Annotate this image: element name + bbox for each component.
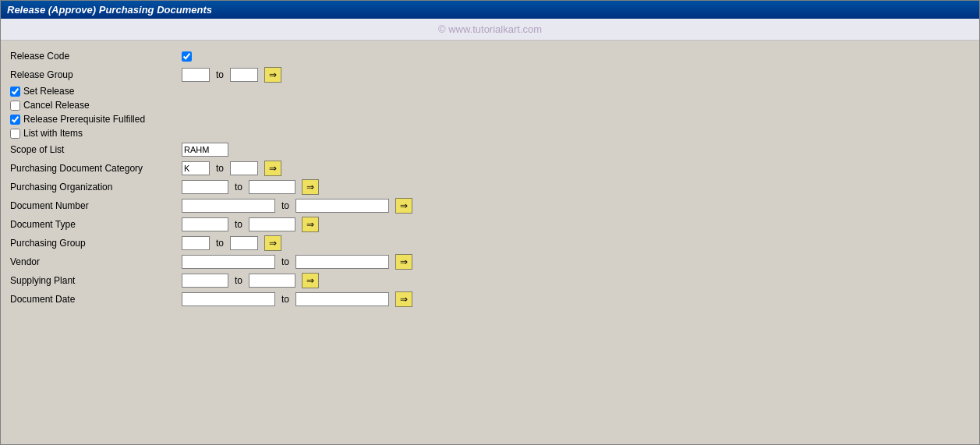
- document-number-to-label: to: [281, 200, 289, 211]
- release-group-input[interactable]: [182, 68, 210, 82]
- list-with-items-row: List with Items: [10, 128, 970, 139]
- purchasing-doc-category-input[interactable]: [182, 161, 210, 175]
- supplying-plant-to-input[interactable]: [249, 274, 295, 288]
- purchasing-doc-category-arrow-btn[interactable]: ⇒: [264, 161, 281, 176]
- purchasing-doc-category-arrow-icon: ⇒: [269, 163, 277, 174]
- vendor-arrow-btn[interactable]: ⇒: [395, 254, 412, 270]
- release-group-row: Release Group to ⇒: [10, 67, 970, 83]
- set-release-checkbox[interactable]: [10, 87, 20, 97]
- scope-of-list-row: Scope of List: [10, 142, 970, 157]
- document-type-row: Document Type to ⇒: [10, 217, 970, 232]
- purchasing-group-arrow-icon: ⇒: [269, 238, 277, 249]
- release-code-label: Release Code: [10, 51, 182, 62]
- purchasing-group-to-input[interactable]: [230, 236, 258, 250]
- watermark-text: © www.tutorialkart.com: [438, 23, 542, 35]
- vendor-to-input[interactable]: [295, 255, 389, 269]
- purchasing-group-to-label: to: [216, 238, 224, 249]
- document-date-to-input[interactable]: [295, 292, 389, 306]
- document-type-arrow-icon: ⇒: [306, 219, 314, 230]
- document-date-row: Document Date to ⇒: [10, 291, 970, 307]
- purchasing-org-input[interactable]: [182, 180, 228, 194]
- document-type-to-label: to: [235, 219, 242, 230]
- release-group-arrow-btn[interactable]: ⇒: [264, 67, 281, 83]
- vendor-to-label: to: [281, 256, 289, 267]
- supplying-plant-input[interactable]: [182, 274, 228, 288]
- document-type-label: Document Type: [10, 219, 182, 230]
- vendor-row: Vendor to ⇒: [10, 254, 970, 270]
- purchasing-org-label: Purchasing Organization: [10, 182, 182, 192]
- release-group-label: Release Group: [10, 69, 182, 80]
- document-type-to-input[interactable]: [249, 217, 295, 231]
- document-number-input[interactable]: [182, 199, 275, 213]
- cancel-release-label: Cancel Release: [23, 100, 90, 111]
- purchasing-doc-category-to-label: to: [216, 163, 224, 174]
- main-window: Release (Approve) Purchasing Documents ©…: [0, 0, 980, 445]
- window-title: Release (Approve) Purchasing Documents: [7, 4, 212, 16]
- list-with-items-label: List with Items: [23, 128, 83, 139]
- list-with-items-checkbox[interactable]: [10, 129, 20, 139]
- release-group-to-input[interactable]: [230, 68, 258, 82]
- document-number-arrow-icon: ⇒: [400, 200, 408, 211]
- purchasing-doc-category-row: Purchasing Document Category to ⇒: [10, 161, 970, 176]
- purchasing-group-input[interactable]: [182, 236, 210, 250]
- watermark-bar: © www.tutorialkart.com: [1, 19, 979, 41]
- scope-of-list-input[interactable]: [182, 143, 228, 157]
- vendor-arrow-icon: ⇒: [400, 256, 408, 267]
- purchasing-org-to-input[interactable]: [249, 180, 295, 194]
- purchasing-group-arrow-btn[interactable]: ⇒: [264, 235, 281, 251]
- release-prerequisite-label: Release Prerequisite Fulfilled: [23, 114, 145, 125]
- supplying-plant-arrow-icon: ⇒: [306, 275, 314, 286]
- purchasing-org-arrow-btn[interactable]: ⇒: [302, 179, 319, 195]
- release-code-row: Release Code: [10, 48, 970, 64]
- supplying-plant-to-label: to: [235, 275, 242, 286]
- purchasing-org-arrow-icon: ⇒: [306, 182, 314, 192]
- vendor-input[interactable]: [182, 255, 275, 269]
- document-date-input[interactable]: [182, 292, 275, 306]
- vendor-label: Vendor: [10, 256, 182, 267]
- supplying-plant-row: Supplying Plant to ⇒: [10, 273, 970, 288]
- scope-of-list-label: Scope of List: [10, 144, 182, 155]
- document-number-label: Document Number: [10, 200, 182, 211]
- set-release-row: Set Release: [10, 86, 970, 97]
- title-bar: Release (Approve) Purchasing Documents: [1, 1, 979, 19]
- document-number-row: Document Number to ⇒: [10, 198, 970, 214]
- release-prerequisite-checkbox[interactable]: [10, 115, 20, 125]
- purchasing-group-row: Purchasing Group to ⇒: [10, 235, 970, 251]
- purchasing-doc-category-to-input[interactable]: [230, 161, 258, 175]
- document-type-arrow-btn[interactable]: ⇒: [302, 217, 319, 232]
- supplying-plant-label: Supplying Plant: [10, 275, 182, 286]
- purchasing-org-row: Purchasing Organization to ⇒: [10, 179, 970, 195]
- cancel-release-row: Cancel Release: [10, 100, 970, 111]
- purchasing-doc-category-label: Purchasing Document Category: [10, 163, 182, 174]
- document-date-label: Document Date: [10, 294, 182, 305]
- cancel-release-checkbox[interactable]: [10, 101, 20, 111]
- document-number-to-input[interactable]: [295, 199, 389, 213]
- document-date-arrow-btn[interactable]: ⇒: [395, 291, 412, 307]
- document-date-to-label: to: [281, 294, 289, 305]
- release-group-arrow-icon: ⇒: [269, 69, 277, 80]
- supplying-plant-arrow-btn[interactable]: ⇒: [302, 273, 319, 288]
- purchasing-org-to-label: to: [235, 182, 242, 192]
- set-release-label: Set Release: [23, 86, 74, 97]
- release-code-checkbox[interactable]: [182, 51, 192, 62]
- release-prerequisite-row: Release Prerequisite Fulfilled: [10, 114, 970, 125]
- document-number-arrow-btn[interactable]: ⇒: [395, 198, 412, 214]
- document-type-input[interactable]: [182, 217, 228, 231]
- release-group-to-label: to: [216, 69, 224, 80]
- purchasing-group-label: Purchasing Group: [10, 238, 182, 249]
- document-date-arrow-icon: ⇒: [400, 294, 408, 305]
- form-content: Release Code Release Group to ⇒ Set Rele…: [1, 41, 979, 318]
